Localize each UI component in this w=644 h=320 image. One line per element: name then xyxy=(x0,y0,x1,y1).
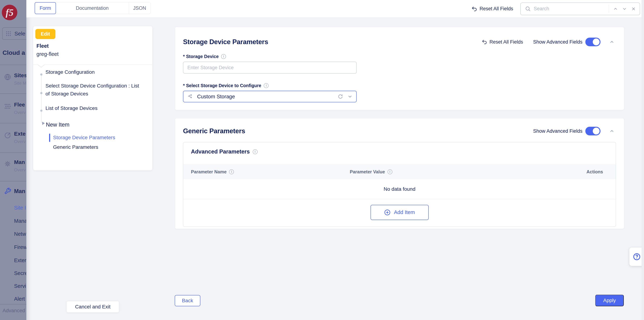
globe-icon xyxy=(4,73,11,81)
info-icon[interactable] xyxy=(388,170,392,174)
wizard-step[interactable]: List of Storage Devices xyxy=(46,104,144,112)
sidebar-link-network[interactable]: Netw xyxy=(14,231,26,237)
sidebar-item-subtitle: Overv xyxy=(14,110,26,115)
current-step-caret-icon xyxy=(42,122,45,125)
grid-icon xyxy=(6,31,12,37)
show-advanced-label: Show Advanced Fields xyxy=(533,128,582,134)
search-prev-icon[interactable] xyxy=(612,5,619,13)
section-reset-button[interactable]: Reset All Fields xyxy=(482,39,523,45)
sidebar-item-subtitle: Overv xyxy=(14,168,26,173)
app-sidebar: f5 Sele Cloud a Sites Site M Flee Overv … xyxy=(0,0,26,320)
collapse-section-icon[interactable] xyxy=(609,128,614,134)
select-service-button[interactable]: Sele xyxy=(2,28,26,40)
sidebar-item-title: Sites xyxy=(14,72,26,78)
collapse-notch-icon[interactable] xyxy=(37,65,45,68)
sidebar-item-subtitle: Site M xyxy=(14,81,26,86)
page-scrollbar[interactable] xyxy=(642,0,644,320)
sidebar-item-manage[interactable]: Man xyxy=(14,188,25,195)
step-dot xyxy=(40,110,42,112)
info-icon[interactable] xyxy=(229,170,234,174)
undo-icon xyxy=(482,39,487,45)
search-box xyxy=(520,3,640,15)
wizard-substep-storage[interactable]: Storage Device Parameters xyxy=(53,135,115,140)
storage-device-input[interactable] xyxy=(183,62,357,74)
column-parameter-value: Parameter Value xyxy=(350,169,385,175)
wizard-panel: Edit Fleet greg-fleet Storage Configurat… xyxy=(33,26,152,170)
back-button[interactable]: Back xyxy=(175,295,200,306)
overlay-shadow xyxy=(26,0,31,320)
wizard-substep-generic[interactable]: Generic Parameters xyxy=(53,144,98,150)
sidebar-link-service[interactable]: Servi xyxy=(14,283,26,289)
select-storage-dropdown[interactable]: Custom Storage xyxy=(183,91,357,102)
info-icon[interactable] xyxy=(221,54,226,59)
show-advanced-label: Show Advanced Fields xyxy=(533,39,582,45)
sidebar-link-alerts[interactable]: Alert xyxy=(14,296,25,302)
wizard-step[interactable]: Select Storage Device Configuration : Li… xyxy=(46,82,144,98)
show-advanced-toggle[interactable] xyxy=(585,38,600,46)
add-item-button[interactable]: Add Item xyxy=(370,205,429,220)
search-next-icon[interactable] xyxy=(621,5,628,13)
sidebar-link-secrets[interactable]: Secre xyxy=(14,270,26,276)
edit-badge: Edit xyxy=(36,29,56,39)
sidebar-footer[interactable]: Advanced xyxy=(2,308,25,313)
sidebar-link-external[interactable]: Exter xyxy=(14,257,26,263)
plus-circle-icon xyxy=(384,209,390,216)
sidebar-item-title: Man xyxy=(14,159,25,165)
toggle-knob xyxy=(593,128,600,134)
select-storage-value: Custom Storage xyxy=(197,94,338,100)
select-service-label: Sele xyxy=(14,31,25,37)
wizard-step[interactable]: Storage Configuration xyxy=(46,68,144,76)
storage-device-parameters-section: Storage Device Parameters Reset All Fiel… xyxy=(175,27,624,110)
wizard-current-step[interactable]: New Item xyxy=(46,121,70,128)
sidebar-item-title: Flee xyxy=(14,102,25,108)
section-title: Generic Parameters xyxy=(183,127,245,135)
wizard-divider xyxy=(33,65,152,65)
section-reset-label: Reset All Fields xyxy=(490,39,523,45)
f5-logo: f5 xyxy=(2,5,17,20)
info-icon[interactable] xyxy=(253,149,258,154)
question-icon xyxy=(633,253,641,261)
generic-parameters-section: Generic Parameters Show Advanced Fields … xyxy=(175,118,624,229)
show-advanced-toggle[interactable] xyxy=(585,127,600,135)
sidebar-link-firewall[interactable]: Firew xyxy=(14,244,26,250)
view-tabs: Form Documentation JSON xyxy=(35,2,150,14)
active-substep-bar xyxy=(49,134,50,142)
storage-device-label: * Storage Device xyxy=(183,54,218,59)
sidebar-item-subtitle: Overv xyxy=(14,139,26,144)
tab-form[interactable]: Form xyxy=(35,2,56,14)
search-divider xyxy=(609,5,609,13)
toggle-knob xyxy=(593,39,600,45)
search-close-icon[interactable] xyxy=(630,5,637,13)
reset-all-fields-button[interactable]: Reset All Fields xyxy=(471,6,513,12)
step-connector xyxy=(41,75,42,121)
info-icon[interactable] xyxy=(264,83,268,88)
parameters-table-header: Parameter Name Parameter Value Actions xyxy=(184,165,616,179)
column-actions: Actions xyxy=(586,169,603,175)
collapse-section-icon[interactable] xyxy=(609,39,614,45)
sidebar-link-manage[interactable]: Mana xyxy=(14,218,26,224)
reset-all-fields-label: Reset All Fields xyxy=(480,6,513,12)
fleet-icon xyxy=(4,103,11,110)
section-title: Storage Device Parameters xyxy=(183,38,268,46)
undo-icon xyxy=(471,6,478,12)
select-storage-label: * Select Storage Device to Configure xyxy=(183,83,261,88)
form-topbar: Form Documentation JSON Reset All Fields xyxy=(26,0,644,18)
one-of-branch-icon xyxy=(187,93,194,100)
wrench-icon xyxy=(4,187,12,195)
sidebar-section-title: Cloud a xyxy=(2,49,25,56)
tab-documentation[interactable]: Documentation xyxy=(56,2,129,14)
tab-json[interactable]: JSON xyxy=(129,2,150,14)
empty-table-message: No data found xyxy=(184,179,616,199)
cancel-and-exit-button[interactable]: Cancel and Exit xyxy=(66,301,119,312)
step-dot xyxy=(40,92,42,94)
object-type: Fleet xyxy=(36,43,49,49)
search-input[interactable] xyxy=(534,6,606,12)
object-name: greg-fleet xyxy=(36,51,59,57)
refresh-icon[interactable] xyxy=(338,94,343,99)
sidebar-link-site[interactable]: Site I xyxy=(14,205,26,211)
helm-icon xyxy=(4,160,11,168)
chevron-down-icon[interactable] xyxy=(347,94,353,99)
column-parameter-name: Parameter Name xyxy=(191,169,226,175)
apply-button[interactable]: Apply xyxy=(595,295,624,306)
sidebar-item-title: Exte xyxy=(14,131,26,137)
